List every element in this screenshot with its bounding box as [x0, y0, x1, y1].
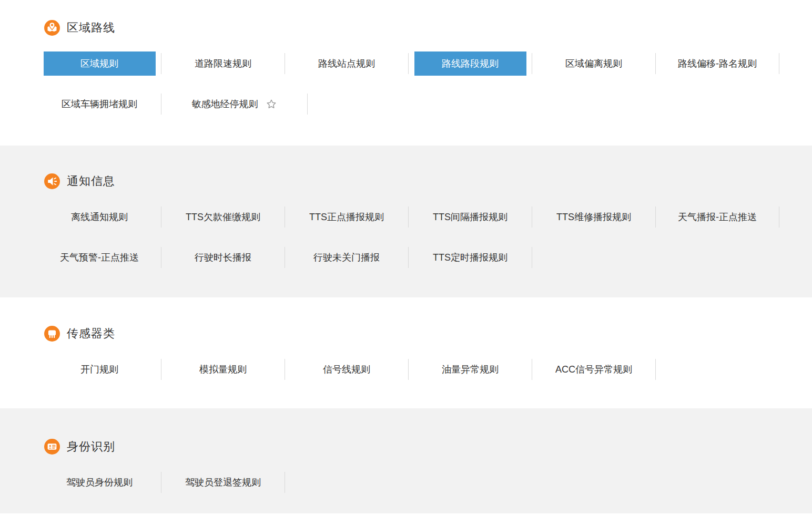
rule-item[interactable]: 天气预警-正点推送	[60, 251, 139, 264]
rule-row: 开门规则模拟量规则信号线规则油量异常规则ACC信号异常规则	[0, 357, 812, 381]
rule-cell: 天气播报-正点推送	[656, 205, 779, 229]
divider	[655, 359, 656, 380]
section-header: 身份识别	[0, 439, 812, 455]
rule-cell: 驾驶员登退签规则	[161, 470, 285, 494]
rule-cell: 区域偏离规则	[532, 51, 655, 76]
rule-cell: 油量异常规则	[409, 357, 532, 381]
speaker-icon	[44, 173, 60, 189]
rule-item[interactable]: 驾驶员身份规则	[66, 476, 133, 489]
rule-row: 驾驶员身份规则驾驶员登退签规则	[0, 470, 812, 494]
divider	[779, 207, 779, 228]
rule-cell: 行驶未关门播报	[285, 245, 408, 270]
rule-item[interactable]: 道路限速规则	[195, 57, 251, 70]
section-header: 传感器类	[0, 326, 812, 342]
rule-cell: 驾驶员身份规则	[38, 470, 161, 494]
section-title: 通知信息	[67, 173, 115, 189]
star-icon[interactable]	[266, 98, 277, 110]
rule-cell: TTS欠款催缴规则	[161, 205, 285, 229]
rule-item-active[interactable]: 区域规则	[44, 51, 156, 76]
section-rows: 开门规则模拟量规则信号线规则油量异常规则ACC信号异常规则	[0, 357, 812, 381]
rule-cell: 路线路段规则	[409, 51, 532, 76]
rule-cell: 开门规则	[38, 357, 161, 381]
section-rows: 驾驶员身份规则驾驶员登退签规则	[0, 470, 812, 494]
rule-item[interactable]: 行驶未关门播报	[313, 251, 380, 264]
section-rows: 区域规则道路限速规则路线站点规则路线路段规则区域偏离规则路线偏移-路名规则区域车…	[0, 51, 812, 116]
rule-cell: 离线通知规则	[38, 205, 161, 229]
rule-item[interactable]: TTS正点播报规则	[309, 211, 384, 223]
rule-cell: 信号线规则	[285, 357, 408, 381]
rule-row: 区域车辆拥堵规则敏感地经停规则	[0, 92, 812, 116]
rule-cell: 模拟量规则	[161, 357, 285, 381]
divider	[285, 472, 285, 493]
rule-item[interactable]: 离线通知规则	[71, 211, 128, 223]
divider	[532, 247, 532, 268]
rule-cell: 路线站点规则	[285, 51, 408, 76]
map-pin-icon	[44, 20, 60, 36]
rule-row: 离线通知规则TTS欠款催缴规则TTS正点播报规则TTS间隔播报规则TTS维修播报…	[0, 205, 812, 229]
rule-row: 天气预警-正点推送行驶时长播报行驶未关门播报TTS定时播报规则	[0, 245, 812, 270]
rule-cell: 天气预警-正点推送	[38, 245, 161, 270]
rule-item[interactable]: 路线站点规则	[318, 57, 375, 70]
rule-item[interactable]: TTS欠款催缴规则	[186, 211, 260, 223]
rule-cell: 道路限速规则	[161, 51, 285, 76]
rule-cell: TTS正点播报规则	[285, 205, 408, 229]
section: 通知信息 离线通知规则TTS欠款催缴规则TTS正点播报规则TTS间隔播报规则TT…	[0, 146, 812, 297]
rule-item[interactable]: 区域偏离规则	[565, 57, 622, 70]
rule-row: 区域规则道路限速规则路线站点规则路线路段规则区域偏离规则路线偏移-路名规则	[0, 51, 812, 76]
rule-cell: TTS间隔播报规则	[409, 205, 532, 229]
rule-item[interactable]: 敏感地经停规则	[192, 98, 258, 110]
rule-item[interactable]: 路线偏移-路名规则	[678, 57, 757, 70]
section-title: 身份识别	[67, 439, 115, 455]
rule-item[interactable]: 驾驶员登退签规则	[185, 476, 261, 489]
rule-item[interactable]: 信号线规则	[323, 363, 370, 376]
section-title: 传感器类	[67, 326, 115, 342]
rule-item[interactable]: 开门规则	[80, 363, 118, 376]
rule-item[interactable]: 天气播报-正点推送	[678, 211, 757, 223]
sensor-chip-icon	[44, 326, 60, 342]
rule-cell: 敏感地经停规则	[161, 92, 307, 116]
rule-item[interactable]: TTS定时播报规则	[433, 251, 508, 264]
rule-item[interactable]: 行驶时长播报	[195, 251, 251, 264]
id-card-icon	[44, 439, 60, 455]
rule-item[interactable]: 区域车辆拥堵规则	[62, 98, 137, 110]
section-rows: 离线通知规则TTS欠款催缴规则TTS正点播报规则TTS间隔播报规则TTS维修播报…	[0, 205, 812, 270]
rule-cell: 区域车辆拥堵规则	[38, 92, 161, 116]
section: 身份识别 驾驶员身份规则驾驶员登退签规则	[0, 408, 812, 513]
rule-cell: 路线偏移-路名规则	[656, 51, 779, 76]
rule-cell: TTS定时播报规则	[409, 245, 532, 270]
rule-item[interactable]: TTS维修播报规则	[556, 211, 631, 223]
rule-item[interactable]: ACC信号异常规则	[555, 363, 632, 376]
rule-cell: ACC信号异常规则	[532, 357, 655, 381]
rule-item-active[interactable]: 路线路段规则	[414, 51, 526, 76]
section: 区域路线 区域规则道路限速规则路线站点规则路线路段规则区域偏离规则路线偏移-路名…	[0, 0, 812, 146]
section: 传感器类 开门规则模拟量规则信号线规则油量异常规则ACC信号异常规则	[0, 297, 812, 408]
rule-cell: 区域规则	[38, 51, 161, 76]
rule-cell: TTS维修播报规则	[532, 205, 655, 229]
rule-item[interactable]: 模拟量规则	[199, 363, 247, 376]
divider	[307, 94, 308, 115]
divider	[779, 53, 779, 74]
section-header: 区域路线	[0, 20, 812, 36]
rule-item[interactable]: TTS间隔播报规则	[433, 211, 508, 223]
section-header: 通知信息	[0, 173, 812, 189]
rule-item[interactable]: 油量异常规则	[442, 363, 499, 376]
rule-sections: 区域路线 区域规则道路限速规则路线站点规则路线路段规则区域偏离规则路线偏移-路名…	[0, 0, 812, 513]
rule-cell: 行驶时长播报	[161, 245, 285, 270]
section-title: 区域路线	[67, 20, 115, 36]
